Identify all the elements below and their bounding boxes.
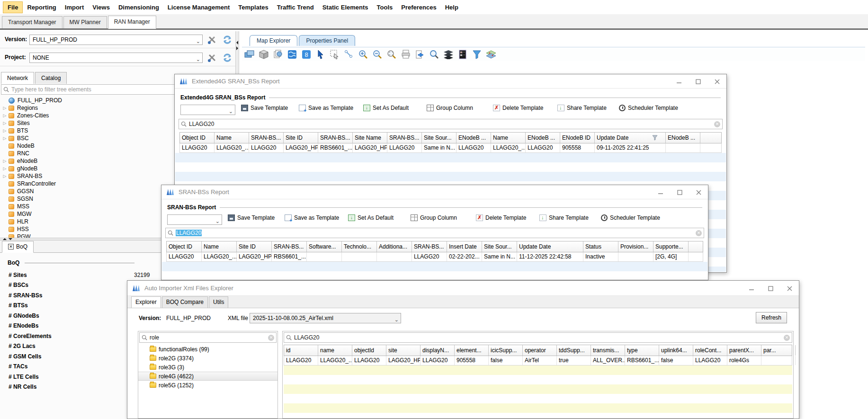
column-header[interactable]: Site Sour...: [422, 133, 456, 143]
table-row[interactable]: LLAGG20LLAGG20_...LLAGG20LAGG20_HPRBS660…: [179, 143, 722, 153]
column-header[interactable]: icicSupp...: [489, 345, 523, 356]
folder-item[interactable]: role3G (3): [138, 363, 277, 372]
menu-item[interactable]: Reporting: [23, 2, 60, 13]
splitter-up-icon[interactable]: [3, 238, 7, 240]
export-page-icon[interactable]: [414, 49, 426, 60]
table-row[interactable]: LLAGG20LLAGG20_...LAGG20_HPRBS6601_...LL…: [166, 252, 703, 262]
layers-icon[interactable]: [443, 49, 454, 60]
tab-ran-manager[interactable]: RAN Manager: [108, 16, 156, 29]
column-header[interactable]: Supporte...: [653, 241, 689, 252]
menu-item[interactable]: Import: [61, 2, 88, 13]
menu-item[interactable]: Templates: [234, 2, 272, 13]
expander-icon[interactable]: ▷: [1, 106, 9, 110]
clear-search-icon[interactable]: ✕: [714, 121, 720, 127]
column-header[interactable]: Update Date: [517, 241, 583, 252]
clear-search-icon[interactable]: ✕: [696, 230, 702, 236]
column-header[interactable]: SRAN-BS...: [412, 241, 447, 252]
zoom-extent-icon[interactable]: [386, 49, 397, 60]
select-area-icon[interactable]: [329, 49, 340, 60]
column-header[interactable]: Additiona...: [377, 241, 412, 252]
set-as-default-button[interactable]: Set As Default: [363, 105, 409, 111]
tab-network[interactable]: Network: [1, 72, 34, 84]
tab-map-explorer[interactable]: Map Explorer: [250, 35, 297, 46]
column-header[interactable]: Software...: [307, 241, 342, 252]
map-overlay-icon[interactable]: [485, 49, 497, 60]
new-map-icon[interactable]: [244, 49, 255, 60]
maximize-icon[interactable]: [689, 74, 707, 89]
world-map-icon[interactable]: [286, 49, 298, 60]
tab-boq-compare[interactable]: BOQ Compare: [162, 296, 208, 308]
column-header[interactable]: site: [386, 345, 421, 356]
project-combobox[interactable]: NONE⌄: [29, 53, 203, 63]
project-tools-icon[interactable]: [207, 53, 217, 62]
template-combobox[interactable]: ⌄: [167, 214, 222, 225]
column-header[interactable]: ENodeB ...: [666, 133, 700, 143]
column-header[interactable]: Object ID: [167, 241, 202, 252]
version-combobox[interactable]: FULL_HP_PROD⌄: [29, 35, 203, 45]
close-icon[interactable]: [689, 185, 708, 199]
tab-explorer[interactable]: Explorer: [131, 296, 161, 308]
legend-icon[interactable]: [457, 49, 468, 60]
tab-boq[interactable]: ✕ BoQ: [2, 241, 34, 253]
column-header[interactable]: element...: [455, 345, 489, 356]
column-header[interactable]: Insert Date: [447, 241, 482, 252]
role-filter-input[interactable]: role ✕: [139, 332, 277, 343]
set-as-default-button[interactable]: Set As Default: [348, 214, 394, 221]
menu-item[interactable]: Tools: [373, 2, 397, 13]
save-template-button[interactable]: Save Template: [228, 214, 275, 221]
version-tools-icon[interactable]: [207, 35, 217, 45]
menu-item[interactable]: Preferences: [397, 2, 440, 13]
expander-icon[interactable]: ▷: [1, 174, 9, 178]
window-titlebar[interactable]: Auto Importer Xml Files Explorer: [127, 281, 799, 296]
column-header[interactable]: Site ID: [284, 133, 318, 143]
tab-mw-planner[interactable]: MW Planner: [63, 16, 107, 28]
share-template-button[interactable]: Share Template: [539, 214, 589, 221]
close-icon[interactable]: [780, 281, 799, 296]
group-column-button[interactable]: Group Column: [427, 105, 473, 111]
column-header[interactable]: parentX...: [727, 345, 761, 356]
splitter-down-icon[interactable]: [9, 238, 12, 240]
maximize-icon[interactable]: [761, 281, 780, 296]
scheduler-template-button[interactable]: Scheduler Template: [601, 214, 660, 221]
copy-map-icon[interactable]: [272, 49, 284, 60]
zoom-out-icon[interactable]: [372, 49, 383, 60]
template-combobox[interactable]: ⌄: [180, 105, 235, 115]
cube-3d-icon[interactable]: [258, 49, 269, 60]
column-header[interactable]: Status: [583, 241, 618, 252]
column-header[interactable]: name: [318, 345, 352, 356]
clear-search-icon[interactable]: ✕: [784, 335, 790, 341]
save-as-template-button[interactable]: Save as Template: [285, 214, 339, 221]
expander-icon[interactable]: ▷: [1, 166, 9, 171]
filter-icon[interactable]: [471, 49, 483, 60]
column-header[interactable]: par...: [761, 345, 796, 356]
expander-icon[interactable]: ▷: [1, 159, 9, 163]
column-header[interactable]: Name: [491, 133, 526, 143]
column-header[interactable]: ENodeB ...: [526, 133, 560, 143]
column-header[interactable]: transmis...: [591, 345, 625, 356]
menu-item[interactable]: Dimensioning: [114, 2, 163, 13]
delete-template-button[interactable]: Delete Template: [476, 214, 527, 221]
menu-item[interactable]: License Management: [163, 2, 234, 13]
print-icon[interactable]: [400, 49, 412, 60]
report-search-input[interactable]: LLAGG20 ✕: [165, 228, 704, 238]
column-header[interactable]: SRAN-BS...: [387, 133, 422, 143]
version-refresh-icon[interactable]: [223, 35, 232, 45]
column-header[interactable]: Site Sour...: [482, 241, 517, 252]
geo-map-icon[interactable]: 8: [301, 49, 312, 60]
menu-item[interactable]: File: [3, 1, 23, 13]
column-header[interactable]: Name: [202, 241, 237, 252]
menu-item[interactable]: Views: [88, 2, 114, 13]
group-column-button[interactable]: Group Column: [411, 214, 457, 221]
collapse-right-icon[interactable]: [236, 46, 238, 50]
window-titlebar[interactable]: SRAN-BSs Report: [161, 185, 708, 199]
expander-icon[interactable]: ▷: [1, 128, 9, 133]
column-header[interactable]: Site Name: [353, 133, 387, 143]
expander-icon[interactable]: ▷: [1, 136, 9, 141]
minimize-icon[interactable]: [651, 185, 670, 199]
maximize-icon[interactable]: [670, 185, 689, 199]
folder-item[interactable]: role2G (3374): [138, 354, 277, 363]
collapse-left-icon[interactable]: [236, 41, 238, 45]
table-header[interactable]: Object IDNameSRAN-BS...Site IDSRAN-BS...…: [179, 132, 722, 143]
menu-item[interactable]: Static Elements: [318, 2, 373, 13]
clear-search-icon[interactable]: ✕: [268, 335, 274, 341]
